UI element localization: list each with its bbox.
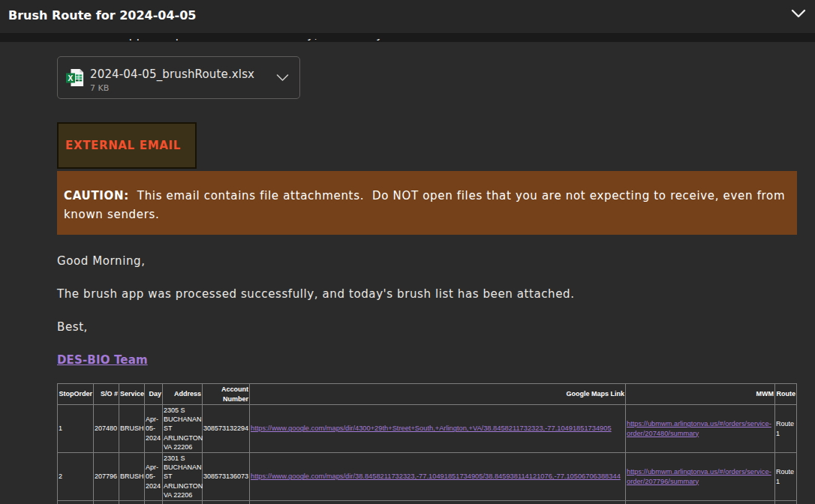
cell-gmap: https://www.google.com/maps/dir/38.84582…	[250, 453, 626, 501]
cell-address: 2305 S BUCHANAN ST ARLINGTON VA 22206	[163, 405, 203, 453]
col-header-day: Day	[145, 384, 163, 405]
col-header-so-number: S/O #	[94, 384, 119, 405]
cell-stop-order: 1	[58, 405, 94, 453]
scrolled-content-strip: The brush app was processed successfully…	[0, 33, 815, 42]
table-row: 2207796BRUSHApr-05-20242301 S BUCHANAN S…	[58, 453, 797, 501]
chevron-down-icon	[276, 74, 289, 82]
route-table: StopOrder S/O # Service Day Address Acco…	[57, 383, 797, 504]
table-row-clipped	[58, 501, 797, 504]
cell-service: BRUSH	[119, 453, 145, 501]
col-header-address: Address	[163, 384, 203, 405]
cell-account-number: 308573132294	[203, 405, 250, 453]
google-maps-link[interactable]: https://www.google.com/maps/dir/4300+29t…	[251, 424, 612, 432]
cell-day: Apr-05-2024	[145, 405, 163, 453]
caution-label: CAUTION:	[64, 189, 129, 202]
attachment-filename: 2024-04-05_brushRoute.xlsx	[90, 68, 276, 82]
col-header-route: Route	[775, 384, 797, 405]
cell-gmap: https://www.google.com/maps/dir/4300+29t…	[250, 405, 626, 453]
attachment-filesize: 7 KB	[90, 83, 276, 94]
cell-stop-order: 2	[58, 453, 94, 501]
col-header-stoporder: StopOrder	[58, 384, 94, 405]
message-title-bar: Brush Route for 2024-04-05	[0, 0, 815, 33]
mwm-link[interactable]: https://ubmwm.arlingtonva.us/#/orders/se…	[627, 420, 771, 436]
cell-address-clipped	[163, 501, 203, 504]
col-header-service: Service	[119, 384, 145, 405]
cell-account-number-clipped	[203, 501, 250, 504]
cell-so-number-clipped	[94, 501, 119, 504]
svg-text:X: X	[68, 74, 74, 82]
col-header-account-number: Account Number	[203, 384, 250, 405]
cell-service: BRUSH	[119, 405, 145, 453]
body-signature-line: DES-BIO Team	[57, 352, 148, 368]
cell-route: Route 1	[775, 453, 797, 501]
attachment-meta: 2024-04-05_brushRoute.xlsx 7 KB	[90, 68, 276, 94]
cell-gmap-clipped	[250, 501, 626, 504]
route-table-container: StopOrder S/O # Service Day Address Acco…	[57, 383, 797, 504]
cell-stop-order-clipped	[58, 501, 94, 504]
cell-address: 2301 S BUCHANAN ST ARLINGTON VA 22206	[163, 453, 203, 501]
cell-so-number: 207796	[94, 453, 119, 501]
cell-route: Route 1	[775, 405, 797, 453]
cell-route-clipped	[775, 501, 797, 504]
cell-service-clipped	[119, 501, 145, 504]
attachment-options-button[interactable]	[276, 74, 289, 82]
table-row: 1207480BRUSHApr-05-20242305 S BUCHANAN S…	[58, 405, 797, 453]
cell-day-clipped	[145, 501, 163, 504]
table-header-row: StopOrder S/O # Service Day Address Acco…	[58, 384, 797, 405]
body-signoff: Best,	[57, 320, 88, 334]
cell-mwm: https://ubmwm.arlingtonva.us/#/orders/se…	[626, 405, 775, 453]
cell-account-number: 308573136073	[203, 453, 250, 501]
col-header-google-maps-link: Google Maps Link	[250, 384, 626, 405]
col-header-mwm: MWM	[626, 384, 775, 405]
des-bio-team-link[interactable]: DES-BIO Team	[57, 353, 148, 367]
cell-mwm: https://ubmwm.arlingtonva.us/#/orders/se…	[626, 453, 775, 501]
collapse-message-button[interactable]	[790, 8, 807, 20]
body-greeting: Good Morning,	[57, 254, 146, 268]
chevron-down-icon	[791, 8, 806, 19]
cell-so-number: 207480	[94, 405, 119, 453]
external-email-badge: EXTERNAL EMAIL	[57, 122, 197, 169]
attachment-card[interactable]: X 2024-04-05_brushRoute.xlsx 7 KB	[57, 56, 300, 99]
excel-file-icon: X	[66, 68, 84, 88]
message-subject: Brush Route for 2024-04-05	[8, 0, 197, 31]
mwm-link[interactable]: https://ubmwm.arlingtonva.us/#/orders/se…	[627, 468, 771, 484]
body-message: The brush app was processed successfully…	[57, 286, 575, 302]
external-email-label: EXTERNAL EMAIL	[65, 139, 181, 152]
caution-text: This email contains file attachments. Do…	[64, 189, 789, 221]
cell-day: Apr-05-2024	[145, 453, 163, 501]
caution-banner: CAUTION: This email contains file attach…	[57, 171, 797, 235]
cell-mwm-clipped	[626, 501, 775, 504]
google-maps-link[interactable]: https://www.google.com/maps/dir/38.84582…	[251, 472, 621, 480]
clipped-text-fragment: The brush app was processed successfully…	[57, 39, 732, 43]
